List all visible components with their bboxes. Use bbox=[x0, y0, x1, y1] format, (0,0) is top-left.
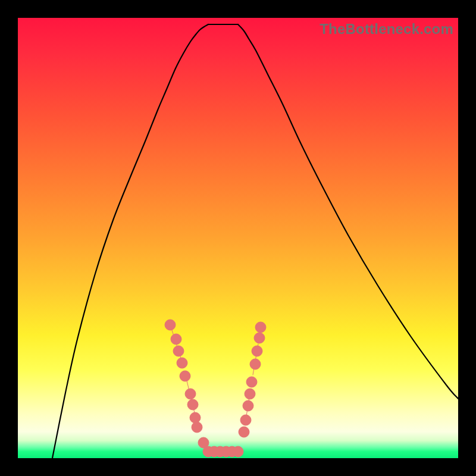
marker-bead-right-2 bbox=[252, 346, 262, 356]
marker-bead-right-5 bbox=[245, 389, 255, 399]
marker-bead-left-3 bbox=[177, 358, 187, 368]
marker-bead-right-8 bbox=[239, 427, 249, 437]
marker-bead-left-7 bbox=[190, 412, 201, 423]
marker-bead-right-7 bbox=[240, 415, 251, 425]
marker-pill-left-0 bbox=[171, 328, 182, 362]
outer-frame: TheBottleneck.com bbox=[0, 0, 476, 476]
marker-bead-right-1 bbox=[254, 333, 265, 343]
marker-bead-left-8 bbox=[192, 422, 202, 433]
marker-bead-left-6 bbox=[187, 399, 198, 410]
marker-bead-left-0 bbox=[165, 320, 176, 330]
marker-bead-left-2 bbox=[173, 346, 184, 356]
series-right-curve bbox=[238, 24, 458, 399]
marker-bead-bottom-5 bbox=[233, 446, 243, 457]
marker-bead-right-4 bbox=[246, 377, 257, 387]
marker-layer bbox=[165, 320, 266, 457]
marker-bead-right-0 bbox=[255, 322, 266, 333]
marker-bead-left-5 bbox=[185, 389, 196, 399]
plot-panel: TheBottleneck.com bbox=[18, 18, 458, 458]
marker-bead-left-1 bbox=[171, 334, 181, 345]
marker-bead-left-4 bbox=[180, 371, 190, 381]
marker-bead-right-3 bbox=[250, 359, 261, 369]
marker-bead-right-6 bbox=[243, 400, 253, 411]
chart-svg bbox=[18, 18, 458, 458]
